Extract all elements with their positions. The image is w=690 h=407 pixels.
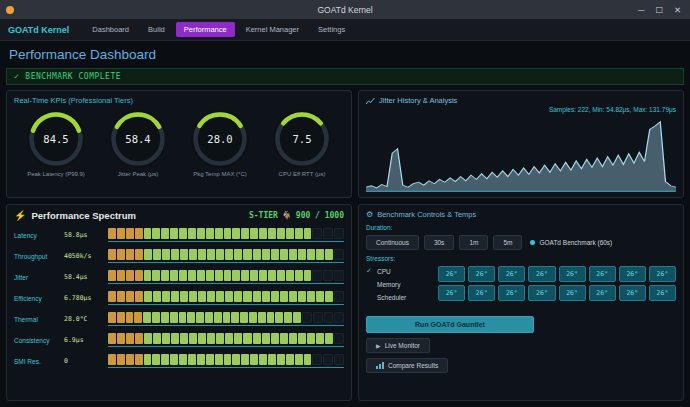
metric-row-efficiency: Efficiency6.780μs: [14, 291, 344, 305]
bar-track-line: [108, 262, 344, 263]
metric-value: 6.780μs: [64, 294, 108, 302]
bar-segment: [224, 354, 232, 365]
bar-segment: [135, 333, 143, 344]
spectrum-title: Performance Spectrum: [31, 210, 136, 221]
core-temp-cell: 26°: [559, 266, 586, 282]
bar-segment: [316, 291, 324, 302]
duration-button-30s[interactable]: 30s: [424, 235, 454, 250]
bar-segment: [289, 249, 297, 260]
bar-segment: [170, 270, 178, 281]
bar-segment: [188, 354, 196, 365]
benchmark-duration-option[interactable]: GOATd Benchmark (60s): [530, 239, 612, 246]
minimize-icon[interactable]: ─: [638, 5, 644, 15]
bar-segment: [161, 354, 169, 365]
bar-segment: [241, 354, 249, 365]
bar-segments: [108, 312, 344, 323]
duration-button-continuous[interactable]: Continuous: [366, 235, 419, 250]
bar-segment: [268, 354, 276, 365]
stressor-scheduler[interactable]: Scheduler: [366, 294, 428, 301]
bar-segment: [161, 270, 169, 281]
nav-item-settings[interactable]: Settings: [310, 22, 353, 37]
bar-segment: [171, 291, 179, 302]
bar-segment: [170, 228, 178, 239]
bar-segment: [117, 249, 125, 260]
duration-button-1m[interactable]: 1m: [459, 235, 488, 250]
bar-segment: [188, 228, 196, 239]
bar-segment: [334, 249, 344, 260]
bar-segment: [187, 312, 195, 323]
bar-segment: [280, 333, 288, 344]
bar-segment: [316, 333, 324, 344]
bar-track-line: [108, 304, 344, 305]
core-temp-cell: 26°: [528, 266, 555, 282]
close-icon[interactable]: ✕: [674, 5, 681, 15]
bar-segment: [334, 333, 344, 344]
bar-segment: [298, 333, 306, 344]
gauge-dial: 28.0: [191, 110, 249, 168]
live-monitor-button[interactable]: ▶ Live Monitor: [366, 338, 430, 353]
metric-row-jitter: Jitter58.4μs: [14, 270, 344, 284]
bar-segment: [334, 270, 344, 281]
bar-segment: [286, 354, 294, 365]
nav-item-kernel-manager[interactable]: Kernel Manager: [238, 22, 307, 37]
bar-segment: [231, 312, 239, 323]
bar-segment: [307, 249, 315, 260]
duration-button-5m[interactable]: 5m: [493, 235, 522, 250]
stressors-label: Stressors:: [366, 255, 676, 262]
bar-segment: [243, 333, 251, 344]
bar-segment: [188, 270, 196, 281]
bar-segment: [126, 333, 134, 344]
metric-bar: [108, 270, 344, 284]
jitter-panel-title: Jitter History & Analysis: [379, 96, 457, 105]
bar-segment: [189, 291, 197, 302]
bar-segment: [153, 333, 161, 344]
bar-segment: [293, 312, 301, 323]
maximize-icon[interactable]: ☐: [655, 5, 663, 15]
bar-segment: [215, 270, 223, 281]
bar-segment: [205, 312, 213, 323]
run-gauntlet-button[interactable]: Run GOATd Gauntlet: [366, 316, 534, 333]
bar-segment: [307, 333, 315, 344]
core-temp-cell: 26°: [649, 285, 676, 301]
metric-value: 4050k/s: [64, 252, 108, 260]
bar-segment: [198, 333, 206, 344]
page-header: Performance Dashboard: [0, 41, 690, 65]
bar-segment: [334, 312, 344, 323]
bar-segment: [126, 270, 134, 281]
bar-segment: [206, 270, 214, 281]
kpi-gauge-peak-latency-p99-9: 84.5Peak Latency (P99.9): [16, 110, 96, 177]
nav-item-dashboard[interactable]: Dashboard: [84, 22, 137, 37]
bar-segment: [108, 312, 116, 323]
bar-segment: [135, 270, 143, 281]
bar-segment: [298, 249, 306, 260]
bar-segment: [152, 354, 160, 365]
kpi-panel: Real-Time KPIs (Professional Tiers) 84.5…: [6, 90, 352, 198]
bar-segment: [304, 270, 312, 281]
bar-segments: [108, 270, 344, 281]
bar-segment: [207, 291, 215, 302]
bar-segment: [180, 333, 188, 344]
metric-row-thermal: Thermal28.0°C: [14, 312, 344, 326]
chart-icon: [366, 97, 375, 105]
bar-segment: [135, 291, 143, 302]
app-window: GOATd Kernel ─ ☐ ✕ GOATd Kernel Dashboar…: [0, 0, 690, 407]
bar-segment: [197, 354, 205, 365]
compare-results-button[interactable]: Compare Results: [366, 358, 448, 373]
nav-item-build[interactable]: Build: [140, 22, 173, 37]
bar-segment: [189, 249, 197, 260]
tier-badge: S-TIER: [249, 211, 278, 220]
bar-segment: [143, 312, 151, 323]
bar-segment: [243, 249, 251, 260]
bar-segment: [334, 228, 344, 239]
stressor-memory[interactable]: Memory: [366, 281, 428, 288]
nav-item-performance[interactable]: Performance: [176, 22, 235, 37]
brand-logo: GOATd Kernel: [8, 25, 69, 35]
bar-segment: [312, 228, 322, 239]
bar-segment: [216, 333, 224, 344]
kpi-value: 58.4: [109, 110, 167, 168]
metric-bar: [108, 228, 344, 242]
bar-segment: [126, 228, 134, 239]
spectrum-rows: Latency58.8μsThroughput4050k/sJitter58.4…: [14, 228, 344, 368]
bar-segment: [108, 270, 116, 281]
stressor-cpu[interactable]: ✓CPU: [366, 267, 428, 275]
